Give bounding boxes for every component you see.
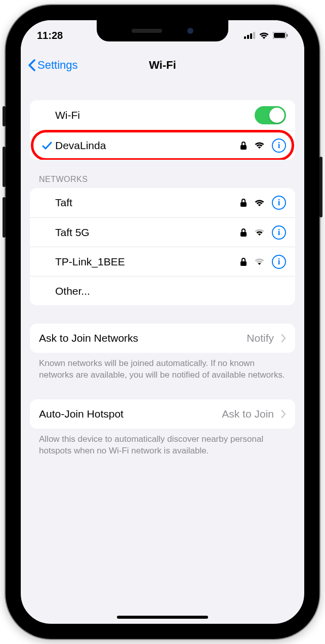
chevron-right-icon bbox=[281, 409, 286, 419]
svg-rect-5 bbox=[274, 33, 285, 38]
info-icon[interactable]: i bbox=[272, 225, 286, 240]
ask-join-footer: Known networks will be joined automatica… bbox=[30, 353, 295, 381]
info-icon[interactable]: i bbox=[272, 255, 286, 269]
ask-join-row[interactable]: Ask to Join Networks Notify bbox=[30, 324, 295, 353]
chevron-right-icon bbox=[281, 334, 286, 343]
lock-icon bbox=[240, 198, 247, 207]
checkmark-icon bbox=[42, 141, 52, 150]
other-network-row[interactable]: Other... bbox=[30, 276, 295, 305]
svg-rect-3 bbox=[253, 32, 255, 39]
networks-header: NETWORKS bbox=[30, 160, 295, 188]
auto-hotspot-row[interactable]: Auto-Join Hotspot Ask to Join bbox=[30, 399, 295, 429]
connected-network-name: DevaLinda bbox=[55, 140, 240, 152]
network-row[interactable]: Taft 5G i bbox=[30, 217, 295, 247]
auto-hotspot-value: Ask to Join bbox=[222, 408, 274, 420]
auto-hotspot-group: Auto-Join Hotspot Ask to Join bbox=[30, 399, 295, 429]
volume-down bbox=[3, 197, 6, 238]
wifi-signal-icon bbox=[254, 142, 265, 149]
wifi-switch[interactable] bbox=[255, 106, 286, 124]
mute-switch bbox=[3, 106, 6, 126]
back-button[interactable]: Settings bbox=[28, 59, 78, 72]
nav-bar: Settings Wi-Fi bbox=[21, 51, 304, 80]
ask-join-group: Ask to Join Networks Notify bbox=[30, 324, 295, 353]
network-name: Taft 5G bbox=[55, 226, 240, 239]
network-row[interactable]: TP-Link_1BEE i bbox=[30, 247, 295, 276]
notch bbox=[97, 20, 228, 41]
home-indicator[interactable] bbox=[117, 616, 208, 619]
svg-rect-1 bbox=[247, 35, 249, 39]
svg-rect-2 bbox=[250, 33, 252, 39]
info-icon[interactable]: i bbox=[272, 196, 286, 210]
ask-join-label: Ask to Join Networks bbox=[39, 332, 247, 344]
wifi-status-icon bbox=[259, 32, 269, 39]
info-icon[interactable]: i bbox=[272, 139, 286, 153]
wifi-signal-icon bbox=[254, 199, 265, 207]
other-label: Other... bbox=[55, 285, 286, 297]
auto-hotspot-label: Auto-Join Hotspot bbox=[39, 408, 222, 420]
back-label: Settings bbox=[37, 59, 78, 72]
network-row[interactable]: Taft i bbox=[30, 188, 295, 217]
lock-icon bbox=[240, 228, 247, 237]
auto-hotspot-footer: Allow this device to automatically disco… bbox=[30, 429, 295, 457]
svg-rect-10 bbox=[240, 261, 247, 266]
wifi-signal-icon bbox=[254, 258, 265, 265]
phone-frame: 11:28 Settings Wi-Fi Wi-Fi bbox=[6, 5, 319, 639]
chevron-left-icon bbox=[28, 59, 35, 71]
status-time: 11:28 bbox=[37, 30, 63, 41]
screen: 11:28 Settings Wi-Fi Wi-Fi bbox=[15, 14, 310, 630]
page-title: Wi-Fi bbox=[149, 59, 176, 72]
volume-up bbox=[3, 147, 6, 187]
network-name: TP-Link_1BEE bbox=[55, 256, 240, 268]
svg-rect-9 bbox=[240, 232, 247, 237]
lock-icon bbox=[240, 141, 247, 150]
networks-group: Taft i Taft 5G i bbox=[30, 188, 295, 305]
lock-icon bbox=[240, 257, 247, 266]
power-button bbox=[319, 157, 322, 217]
cellular-icon bbox=[244, 32, 255, 39]
svg-rect-6 bbox=[287, 34, 288, 37]
wifi-signal-icon bbox=[254, 228, 265, 236]
svg-rect-0 bbox=[244, 36, 246, 39]
connected-network-row[interactable]: DevaLinda i bbox=[30, 130, 295, 160]
battery-icon bbox=[273, 32, 288, 39]
network-name: Taft bbox=[55, 197, 240, 209]
wifi-toggle-row[interactable]: Wi-Fi bbox=[30, 100, 295, 130]
wifi-main-group: Wi-Fi DevaLinda i bbox=[30, 100, 295, 160]
svg-rect-8 bbox=[240, 202, 247, 207]
svg-rect-7 bbox=[240, 145, 247, 150]
wifi-toggle-label: Wi-Fi bbox=[55, 109, 255, 121]
ask-join-value: Notify bbox=[247, 332, 274, 344]
